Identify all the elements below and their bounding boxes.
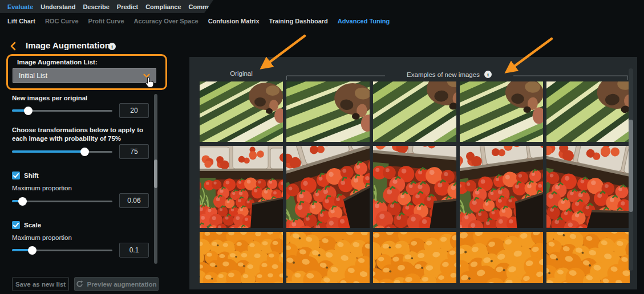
- new-images-label: New images per original: [12, 95, 87, 101]
- subtab-confusion-matrix[interactable]: Confusion Matrix: [208, 18, 260, 24]
- back-chevron-icon[interactable]: [9, 42, 17, 51]
- scale-slider[interactable]: [12, 246, 112, 254]
- left-panel-scrollbar-thumb[interactable]: [154, 160, 157, 188]
- subtab-advanced-tuning[interactable]: Advanced Tuning: [338, 18, 390, 24]
- augmented-image-tomatoes: [373, 146, 456, 228]
- tab-predict[interactable]: Predict: [117, 3, 138, 10]
- subtab-accuracy-over-space[interactable]: Accuracy Over Space: [134, 18, 199, 24]
- original-image-oranges: [200, 232, 283, 283]
- new-images-slider[interactable]: [12, 107, 112, 115]
- augmentation-list-label: Image Augmentation List:: [17, 59, 98, 66]
- augmented-image-oranges: [546, 232, 630, 283]
- sub-nav: Lift ChartROC CurveProfit CurveAccuracy …: [0, 17, 390, 26]
- augmented-image-tomatoes: [460, 146, 543, 228]
- original-column-label: Original: [200, 70, 283, 77]
- chevron-down-icon: [143, 74, 150, 78]
- shift-value[interactable]: 0.06: [119, 193, 149, 208]
- shift-checkbox[interactable]: [12, 172, 20, 179]
- augmented-image-oranges: [373, 232, 456, 283]
- dropdown-selected-value: Initial List: [19, 72, 143, 80]
- top-nav: EvaluateUnderstandDescribePredictComplia…: [0, 0, 213, 13]
- probability-label: Choose transformations below to apply to…: [12, 126, 156, 143]
- refresh-icon: [76, 280, 83, 288]
- tab-describe[interactable]: Describe: [83, 3, 109, 10]
- augmented-image-leeks: [460, 81, 543, 142]
- slider-track[interactable]: [12, 201, 112, 202]
- save-button-label: Save as new list: [15, 281, 66, 288]
- tab-evaluate[interactable]: Evaluate: [7, 3, 33, 10]
- slider-handle[interactable]: [24, 107, 33, 115]
- shift-max-proportion-label: Maximum proportion: [12, 185, 72, 191]
- scale-max-proportion-label: Maximum proportion: [12, 234, 72, 241]
- new-images-value[interactable]: 20: [119, 103, 149, 118]
- probability-value[interactable]: 75: [119, 144, 149, 159]
- probability-slider[interactable]: [12, 148, 112, 156]
- augmented-image-tomatoes: [546, 146, 630, 228]
- preview-button-label: Preview augmentation: [87, 281, 156, 288]
- gallery-panel: Original Examples of new images i: [189, 57, 637, 289]
- page-title: Image Augmentation: [26, 40, 110, 50]
- subtab-profit-curve[interactable]: Profit Curve: [88, 18, 124, 24]
- shift-label: Shift: [24, 172, 39, 179]
- tab-understand[interactable]: Understand: [40, 3, 75, 10]
- subtab-lift-chart[interactable]: Lift Chart: [7, 18, 35, 24]
- subtab-training-dashboard[interactable]: Training Dashboard: [269, 18, 328, 24]
- augmented-image-oranges: [460, 232, 543, 283]
- augmented-image-leeks: [286, 81, 370, 142]
- slider-handle[interactable]: [18, 197, 27, 206]
- slider-handle[interactable]: [28, 246, 37, 255]
- original-image-tomatoes: [200, 146, 283, 228]
- tab-comments[interactable]: Comments: [189, 3, 221, 10]
- augmented-image-leeks: [546, 81, 630, 142]
- check-icon: [13, 223, 19, 228]
- check-icon: [13, 173, 19, 178]
- scale-label: Scale: [24, 222, 41, 228]
- original-image-leeks: [200, 81, 283, 142]
- app-root: EvaluateUnderstandDescribePredictComplia…: [0, 0, 644, 294]
- shift-slider[interactable]: [12, 197, 112, 205]
- augmented-image-leeks: [373, 81, 456, 142]
- preview-augmentation-button[interactable]: Preview augmentation: [74, 277, 159, 291]
- slider-fill: [12, 150, 84, 153]
- scale-checkbox[interactable]: [12, 221, 20, 229]
- slider-handle[interactable]: [80, 148, 89, 156]
- examples-label-text: Examples of new images: [407, 71, 480, 78]
- scale-value[interactable]: 0.1: [119, 243, 149, 258]
- gallery-scrollbar-thumb[interactable]: [629, 120, 633, 212]
- save-as-new-list-button[interactable]: Save as new list: [12, 277, 69, 291]
- examples-column-label: Examples of new images i: [391, 71, 508, 78]
- augmented-image-oranges: [286, 232, 370, 283]
- subtab-roc-curve[interactable]: ROC Curve: [45, 18, 79, 24]
- info-icon[interactable]: i: [108, 43, 116, 50]
- info-icon[interactable]: i: [484, 71, 492, 78]
- tab-compliance[interactable]: Compliance: [145, 3, 181, 10]
- augmented-image-tomatoes: [286, 146, 370, 228]
- augmentation-list-dropdown[interactable]: Initial List: [13, 68, 156, 83]
